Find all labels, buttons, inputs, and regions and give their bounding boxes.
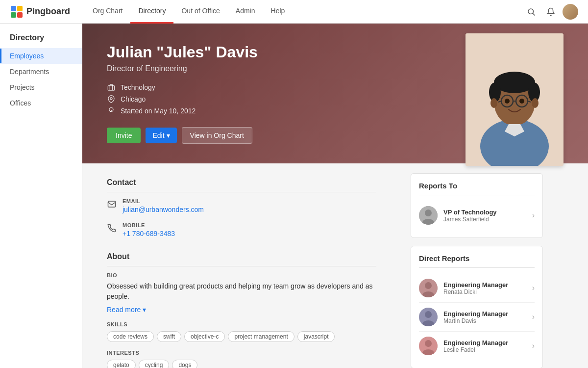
martin-info: Engineering Manager Martin Davis — [443, 310, 526, 324]
renata-role: Engineering Manager — [443, 281, 526, 289]
nav-help[interactable]: Help — [263, 0, 293, 24]
svg-point-4 — [528, 9, 534, 14]
martin-avatar-image — [419, 308, 438, 326]
mobile-label: MOBILE — [122, 222, 175, 228]
interest-gelato[interactable]: gelato — [107, 360, 136, 368]
direct-reports-title: Direct Reports — [419, 254, 535, 268]
sidebar-label-employees: Employees — [10, 52, 44, 60]
edit-button[interactable]: Edit ▾ — [146, 128, 176, 143]
read-more-text: Read more — [107, 306, 141, 314]
sidebar: Directory Employees Departments Projects… — [0, 24, 82, 368]
department-icon — [107, 83, 116, 92]
leslie-avatar-image — [419, 337, 438, 355]
phone-icon — [107, 223, 117, 233]
bio-label: BIO — [107, 272, 376, 278]
sidebar-label-projects: Projects — [10, 83, 35, 91]
profile-right: Reports To VP of Technology James Satter… — [401, 163, 553, 368]
contact-section: Contact EMAIL julian@urbanwonders.com — [107, 178, 376, 237]
sidebar-label-departments: Departments — [10, 68, 49, 76]
about-section-title: About — [107, 252, 376, 266]
notifications-button[interactable] — [543, 4, 559, 20]
start-date-value: Started on May 10, 2012 — [121, 107, 196, 115]
skill-objective-c[interactable]: objective-c — [184, 331, 225, 342]
nav-out-of-office[interactable]: Out of Office — [173, 0, 227, 24]
logo-icon — [10, 5, 24, 19]
svg-point-23 — [490, 98, 497, 108]
sidebar-label-offices: Offices — [10, 99, 31, 107]
sidebar-item-employees[interactable]: Employees — [0, 48, 82, 64]
email-contact: EMAIL julian@urbanwonders.com — [107, 198, 376, 213]
bio-text: Obsessed with building great products an… — [107, 281, 376, 302]
martin-name: Martin Davis — [443, 317, 526, 324]
direct-report-renata[interactable]: Engineering Manager Renata Dicki › — [419, 274, 535, 303]
svg-point-30 — [425, 282, 432, 289]
james-avatar — [419, 206, 438, 225]
sidebar-item-departments[interactable]: Departments — [0, 64, 82, 79]
mobile-contact-details: MOBILE +1 780-689-3483 — [122, 222, 175, 237]
svg-line-5 — [533, 13, 535, 15]
mobile-value[interactable]: +1 780-689-3483 — [122, 230, 175, 237]
svg-rect-25 — [108, 201, 116, 207]
email-icon — [107, 199, 117, 209]
svg-rect-6 — [108, 86, 114, 90]
leslie-role: Engineering Manager — [443, 339, 526, 346]
logo-text: Pingboard — [26, 6, 70, 17]
sidebar-item-offices[interactable]: Offices — [0, 95, 82, 111]
profile-photo — [466, 33, 564, 166]
view-org-chart-button[interactable]: View in Org Chart — [182, 127, 252, 144]
svg-point-7 — [110, 98, 112, 100]
email-value[interactable]: julian@urbanwonders.com — [122, 206, 204, 213]
interest-dogs[interactable]: dogs — [172, 360, 197, 368]
reports-to-title: Reports To — [419, 182, 535, 195]
nav-right — [523, 4, 578, 20]
skill-swift[interactable]: swift — [157, 331, 181, 342]
skills-tags: code reviews swift objective-c project m… — [107, 331, 376, 342]
martin-avatar — [419, 308, 438, 326]
skill-project-management[interactable]: project management — [228, 331, 294, 342]
james-info: VP of Technology James Satterfield — [443, 209, 526, 223]
svg-rect-2 — [11, 12, 16, 18]
skill-code-reviews[interactable]: code reviews — [107, 331, 154, 342]
location-icon — [107, 95, 116, 104]
app-layout: Directory Employees Departments Projects… — [0, 0, 588, 368]
renata-info: Engineering Manager Renata Dicki — [443, 281, 526, 295]
renata-chevron-icon: › — [532, 284, 535, 292]
profile-photo-container — [466, 33, 564, 166]
svg-point-24 — [532, 98, 539, 108]
svg-point-27 — [425, 210, 432, 216]
nav-directory[interactable]: Directory — [130, 0, 173, 24]
skills-label: SKILLS — [107, 321, 376, 327]
nav-admin[interactable]: Admin — [228, 0, 263, 24]
top-navigation: Pingboard Org Chart Directory Out of Off… — [0, 0, 588, 24]
svg-point-22 — [519, 99, 524, 104]
svg-point-36 — [425, 340, 432, 347]
invite-button[interactable]: Invite — [107, 128, 141, 143]
email-label: EMAIL — [122, 198, 204, 204]
search-button[interactable] — [523, 4, 539, 20]
martin-role: Engineering Manager — [443, 310, 526, 317]
leslie-avatar — [419, 337, 438, 355]
nav-org-chart[interactable]: Org Chart — [85, 0, 130, 24]
direct-report-martin[interactable]: Engineering Manager Martin Davis › — [419, 303, 535, 332]
renata-avatar-image — [419, 279, 438, 297]
department-value: Technology — [121, 83, 155, 91]
interest-cycling[interactable]: cycling — [139, 360, 170, 368]
svg-rect-1 — [17, 6, 23, 11]
profile-body: Contact EMAIL julian@urbanwonders.com — [82, 163, 588, 368]
read-more-link[interactable]: Read more ▾ — [107, 306, 376, 314]
direct-reports-card: Direct Reports Engineering Manager Renat — [411, 246, 543, 368]
leslie-chevron-icon: › — [532, 342, 535, 350]
sidebar-item-projects[interactable]: Projects — [0, 79, 82, 95]
avatar-image — [563, 4, 578, 20]
martin-chevron-icon: › — [532, 313, 535, 321]
user-avatar[interactable] — [563, 4, 578, 20]
calendar-icon — [107, 106, 116, 115]
direct-report-leslie[interactable]: Engineering Manager Leslie Fadel › — [419, 332, 535, 360]
skill-javascript[interactable]: javascript — [297, 331, 335, 342]
leslie-name: Leslie Fadel — [443, 346, 526, 353]
app-logo[interactable]: Pingboard — [10, 5, 70, 19]
sidebar-title: Directory — [0, 33, 82, 48]
renata-avatar — [419, 279, 438, 297]
reports-to-card: Reports To VP of Technology James Satter… — [411, 173, 543, 238]
reports-to-person[interactable]: VP of Technology James Satterfield › — [419, 201, 535, 230]
